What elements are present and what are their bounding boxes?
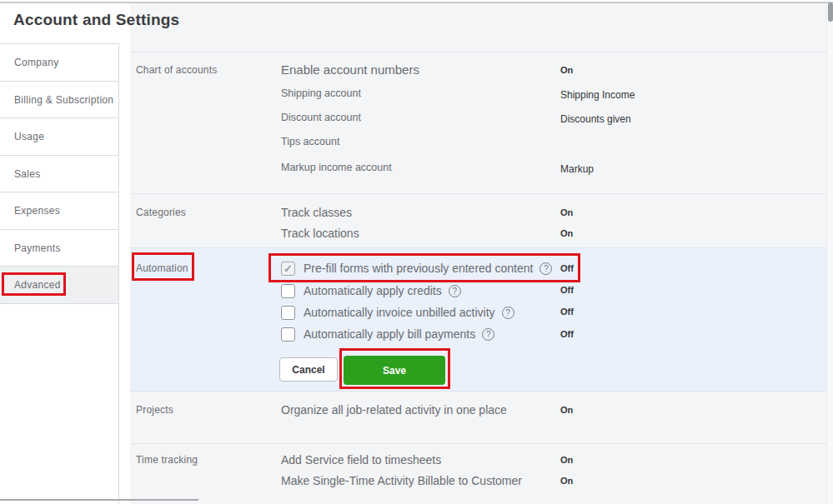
sidebar-item-payments[interactable]: Payments (0, 230, 118, 267)
help-icon[interactable]: ? (502, 307, 514, 319)
setting-value: Off (560, 307, 574, 317)
setting-row-enable-account-numbers: Enable account numbers (281, 62, 419, 77)
vertical-scrollbar-track[interactable] (826, 3, 833, 504)
settings-sidebar: Company Billing & Subscription Usage Sal… (0, 43, 119, 504)
section-label-projects: Projects (136, 404, 173, 416)
automation-row-invoice-unbilled: Automatically invoice unbilled activity … (281, 305, 514, 320)
section-label-automation: Automation (136, 262, 188, 274)
help-icon[interactable]: ? (482, 328, 494, 341)
vertical-scrollbar-thumb[interactable] (828, 2, 833, 22)
prefill-forms-checkbox[interactable]: ✓ (281, 262, 295, 276)
top-border-line (0, 2, 833, 3)
setting-value: Discounts given (560, 113, 631, 125)
setting-value: Off (560, 263, 574, 273)
setting-value: On (560, 476, 573, 486)
setting-value: On (560, 405, 573, 415)
apply-bill-payments-checkbox[interactable] (281, 327, 295, 342)
automation-row-label: Automatically apply credits (304, 284, 442, 297)
sidebar-item-usage[interactable]: Usage (0, 118, 118, 156)
section-divider (131, 443, 833, 444)
invoice-unbilled-checkbox[interactable] (281, 306, 295, 320)
section-divider (131, 52, 833, 52)
bottom-frame-edge (0, 499, 198, 501)
setting-value: Markup (560, 163, 594, 175)
setting-value: On (560, 65, 573, 75)
setting-row-track-classes: Track classes (281, 206, 352, 219)
setting-row-track-locations: Track locations (281, 227, 359, 240)
automation-row-label: Pre-fill forms with previously entered c… (304, 262, 533, 275)
save-button[interactable]: Save (344, 356, 445, 385)
sidebar-item-expenses[interactable]: Expenses (0, 192, 118, 230)
setting-row-shipping-account: Shipping account (281, 87, 361, 99)
setting-row-tips-account: Tips account (281, 136, 339, 147)
setting-row-organize-projects: Organize all job-related activity in one… (281, 403, 507, 417)
section-label-chart-of-accounts: Chart of accounts (136, 64, 217, 76)
sidebar-item-advanced[interactable]: Advanced (0, 267, 118, 304)
apply-credits-checkbox[interactable] (281, 284, 295, 298)
cancel-button[interactable]: Cancel (279, 357, 338, 382)
automation-row-prefill-forms: ✓ Pre-fill forms with previously entered… (281, 261, 552, 276)
setting-value: Off (560, 285, 574, 295)
setting-row-add-service-field: Add Service field to timesheets (281, 453, 441, 467)
sidebar-item-company[interactable]: Company (0, 44, 118, 82)
setting-value: Shipping Income (560, 89, 635, 101)
setting-value: On (560, 207, 573, 217)
automation-row-apply-bill-payments: Automatically apply bill payments ? (281, 327, 494, 342)
sidebar-item-sales[interactable]: Sales (0, 156, 118, 192)
page-title: Account and Settings (13, 11, 179, 29)
automation-row-label: Automatically apply bill payments (304, 327, 475, 341)
section-divider (131, 193, 833, 194)
setting-row-single-time-billable: Make Single-Time Activity Billable to Cu… (281, 474, 522, 487)
automation-row-label: Automatically invoice unbilled activity (304, 306, 495, 319)
automation-row-apply-credits: Automatically apply credits ? (281, 283, 461, 298)
help-icon[interactable]: ? (539, 262, 552, 275)
checkmark-icon: ✓ (284, 263, 293, 274)
setting-row-markup-income-account: Markup income account (281, 162, 392, 173)
section-label-categories: Categories (136, 207, 186, 218)
sidebar-item-billing-subscription[interactable]: Billing & Subscription (0, 82, 118, 118)
setting-value: On (560, 455, 573, 465)
setting-value: Off (560, 329, 574, 339)
setting-value: On (560, 228, 573, 238)
help-icon[interactable]: ? (449, 285, 461, 297)
setting-row-discount-account: Discount account (281, 112, 361, 123)
section-label-time-tracking: Time tracking (136, 454, 198, 466)
